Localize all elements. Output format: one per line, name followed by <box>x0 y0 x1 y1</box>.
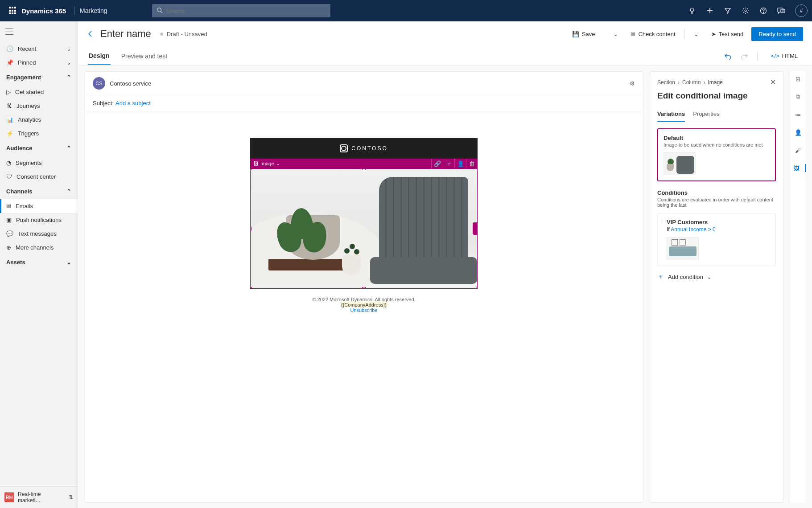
chevron-up-icon: ⌃ <box>66 74 71 81</box>
tab-variations[interactable]: Variations <box>657 107 685 122</box>
crumb-column[interactable]: Column <box>682 79 701 86</box>
chevron-up-icon: ⌃ <box>66 145 71 152</box>
sidebar-triggers[interactable]: ⚡Triggers <box>0 127 78 140</box>
personalize-action-icon[interactable]: 👤 <box>454 159 466 168</box>
sidebar-consent[interactable]: 🛡Consent center <box>0 170 78 184</box>
condition-thumbnail[interactable] <box>667 237 699 260</box>
html-button[interactable]: </>HTML <box>767 50 802 62</box>
conditions-subtitle: Conditions are evaluated in order with d… <box>657 197 776 208</box>
panel-close-button[interactable]: ✕ <box>770 78 776 86</box>
selected-image-block[interactable]: ✥ <box>250 168 478 289</box>
chevron-down-icon: ⌄ <box>66 259 71 266</box>
redo-button[interactable] <box>740 52 748 60</box>
group-assets[interactable]: Assets⌄ <box>0 254 78 270</box>
sidebar-journeys[interactable]: ⛕Journeys <box>0 99 78 113</box>
filter-icon[interactable] <box>724 7 732 15</box>
delete-action-icon[interactable]: 🗑 <box>466 159 478 168</box>
group-audience[interactable]: Audience⌃ <box>0 140 78 156</box>
condition-card[interactable]: VIP Customers If Annual Income > 0 <box>657 213 776 266</box>
back-button[interactable] <box>87 30 94 37</box>
undo-button[interactable] <box>724 52 732 60</box>
rail-image-icon[interactable]: 🖼 <box>790 164 806 172</box>
global-search[interactable] <box>152 4 330 17</box>
sidebar-more-channels[interactable]: ⊕More channels <box>0 241 78 254</box>
check-content-button[interactable]: ✉Check content <box>626 28 680 40</box>
unsubscribe-link[interactable]: Unsubscribe <box>350 307 377 313</box>
resize-handle[interactable] <box>250 227 252 230</box>
app-launcher-icon[interactable] <box>9 7 17 15</box>
ready-to-send-button[interactable]: Ready to send <box>751 27 803 41</box>
help-icon[interactable] <box>759 7 767 15</box>
sidebar-recent[interactable]: 🕓Recent⌄ <box>0 42 78 56</box>
link-action-icon[interactable]: 🔗 <box>431 159 443 168</box>
move-handle[interactable]: ✥ <box>473 222 478 235</box>
sidebar-segments[interactable]: ◔Segments <box>0 156 78 170</box>
plus-icon: ＋ <box>657 272 664 282</box>
resize-handle[interactable] <box>476 287 478 289</box>
sidebar-emails[interactable]: ✉Emails <box>0 199 78 213</box>
check-dropdown[interactable]: ⌄ <box>689 28 703 40</box>
area-badge: RM <box>4 492 14 502</box>
brand-header: CONTOSO <box>250 138 478 159</box>
image-icon: 🖼 <box>254 161 259 166</box>
sidebar-analytics[interactable]: 📊Analytics <box>0 113 78 127</box>
selection-toolbar: 🖼Image⌄ 🔗 ⑂ 👤 🗑 <box>250 159 478 168</box>
sender-row: CS Contoso service ⚙ <box>85 72 643 95</box>
group-channels[interactable]: Channels⌃ <box>0 184 78 199</box>
plus-icon[interactable] <box>706 7 714 15</box>
default-variation-card[interactable]: Default Image to be used when no conditi… <box>657 128 776 181</box>
search-input[interactable] <box>152 4 330 17</box>
user-avatar[interactable]: # <box>795 4 808 17</box>
sms-icon: 💬 <box>6 230 13 237</box>
rail-personalize-icon[interactable]: 👤 <box>794 128 802 136</box>
default-thumbnail[interactable] <box>664 152 696 175</box>
record-title[interactable]: Enter name <box>100 28 151 40</box>
condition-link[interactable]: Annual Income > 0 <box>671 226 715 233</box>
rail-add-icon[interactable]: ⊞ <box>794 75 802 83</box>
crumb-section[interactable]: Section <box>657 79 675 86</box>
tab-properties[interactable]: Properties <box>693 107 719 122</box>
branch-action-icon[interactable]: ⑂ <box>443 159 454 168</box>
save-dropdown[interactable]: ⌄ <box>609 28 622 40</box>
rail-styles-icon[interactable]: 🖌 <box>794 146 802 154</box>
resize-handle[interactable] <box>250 168 252 170</box>
rail-outline-icon[interactable]: ≔ <box>794 111 802 119</box>
default-subtitle: Image to be used when no conditions are … <box>664 142 770 147</box>
subject-input[interactable]: Add a subject <box>115 100 151 107</box>
chevron-down-icon: ⌄ <box>707 274 712 280</box>
tab-design[interactable]: Design <box>88 48 111 65</box>
resize-handle[interactable] <box>362 168 366 170</box>
sidebar-push[interactable]: ▣Push notifications <box>0 213 78 227</box>
subject-row: Subject: Add a subject <box>85 95 643 111</box>
resize-handle[interactable] <box>250 287 252 289</box>
chat-icon[interactable] <box>777 7 785 15</box>
default-title: Default <box>664 135 770 141</box>
tab-preview[interactable]: Preview and test <box>120 48 169 64</box>
segments-icon: ◔ <box>6 160 11 166</box>
area-switcher[interactable]: RM Real-time marketi… ⇅ <box>0 486 78 508</box>
test-send-button[interactable]: ➤Test send <box>707 28 748 40</box>
rail-elements-icon[interactable]: ⧉ <box>794 93 802 101</box>
brand-label: Dynamics 365 <box>21 7 66 15</box>
lightbulb-icon[interactable] <box>688 7 696 15</box>
selection-label[interactable]: 🖼Image⌄ <box>250 160 284 168</box>
svg-rect-10 <box>778 8 783 12</box>
resize-handle[interactable] <box>476 168 478 170</box>
sidebar-get-started[interactable]: ▷Get started <box>0 85 78 99</box>
settings-icon[interactable] <box>742 7 750 15</box>
hamburger-icon[interactable] <box>5 29 13 35</box>
email-hero-section[interactable]: CONTOSO 🖼Image⌄ 🔗 ⑂ 👤 🗑 <box>250 138 478 289</box>
sender-settings-icon[interactable]: ⚙ <box>630 80 635 87</box>
sender-name[interactable]: Contoso service <box>110 80 151 87</box>
resize-handle[interactable] <box>362 287 366 289</box>
svg-point-2 <box>690 8 694 12</box>
sidebar-sms[interactable]: 💬Text messages <box>0 227 78 241</box>
save-button[interactable]: 💾Save <box>568 28 600 40</box>
group-engagement[interactable]: Engagement⌃ <box>0 70 78 85</box>
email-canvas[interactable]: CS Contoso service ⚙ Subject: Add a subj… <box>84 71 643 503</box>
analytics-icon: 📊 <box>6 116 13 123</box>
address-token[interactable]: {{CompanyAddress}} <box>340 302 387 307</box>
add-condition-button[interactable]: ＋ Add condition ⌄ <box>657 272 776 282</box>
sidebar-pinned[interactable]: 📌Pinned⌄ <box>0 56 78 70</box>
condition-expression: If Annual Income > 0 <box>667 226 770 233</box>
